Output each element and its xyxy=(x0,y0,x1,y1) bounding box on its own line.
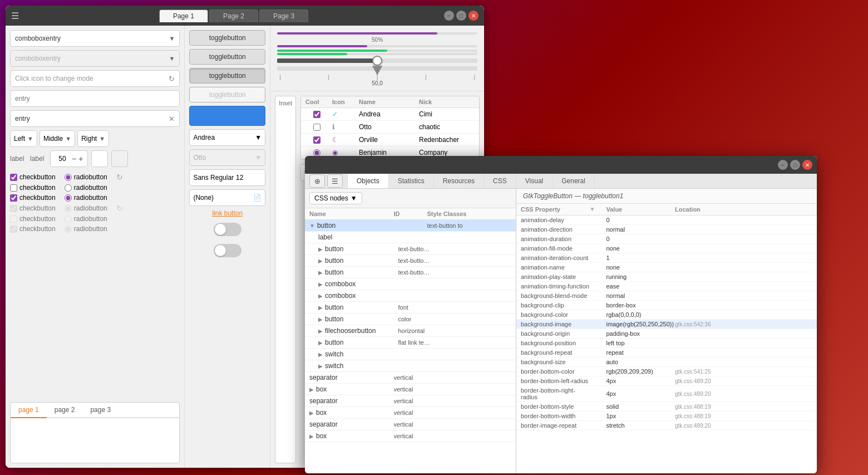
font-row[interactable]: Sans Regular 12 xyxy=(189,169,265,186)
css-node-box-1[interactable]: ▶ box vertical xyxy=(305,384,516,395)
checkbox-input-6[interactable] xyxy=(10,226,17,233)
prop-sort-icon[interactable]: ▼ xyxy=(590,206,606,213)
expand-icon-btn3[interactable]: ▶ xyxy=(318,270,323,276)
css-node-sep-3[interactable]: separator vertical xyxy=(305,419,516,430)
checkbox-input-3[interactable] xyxy=(10,194,17,202)
spinner-icon-1[interactable]: ↻ xyxy=(116,173,123,182)
css-node-sep-1[interactable]: separator vertical xyxy=(305,372,516,384)
prop-animation-name[interactable]: animation-name none xyxy=(516,263,817,272)
insp-tab-general[interactable]: General xyxy=(553,174,595,188)
spinner-increment[interactable]: + xyxy=(77,154,84,163)
inspector-maximize[interactable]: □ xyxy=(790,160,800,170)
css-nodes-dropdown[interactable]: CSS nodes ▼ xyxy=(309,192,362,204)
prop-border-bottom-rr[interactable]: border-bottom-right-radius 4px gtk.css:4… xyxy=(516,386,817,402)
css-node-filechooser[interactable]: ▶ filechooserbutton horizontal xyxy=(305,325,516,337)
mode-entry-input[interactable]: Click icon to change mode xyxy=(15,75,166,82)
slider-knob-5[interactable] xyxy=(372,56,382,66)
radio-input-6[interactable] xyxy=(65,226,72,233)
main-tab-page1[interactable]: Page 1 xyxy=(159,9,208,22)
css-node-btn-1[interactable]: ▶ button text-button to xyxy=(305,243,516,255)
prop-animation-delay[interactable]: animation-delay 0 xyxy=(516,216,817,225)
expand-icon-box2[interactable]: ▶ xyxy=(309,410,314,416)
prop-animation-timing[interactable]: animation-timing-function ease xyxy=(516,282,817,291)
prop-bg-blend[interactable]: background-blend-mode normal xyxy=(516,291,817,301)
prop-bg-image[interactable]: background-image image(rgb(250,250,250))… xyxy=(516,320,817,329)
prop-bg-position[interactable]: background-position left top xyxy=(516,339,817,348)
prop-animation-iter-count[interactable]: animation-iteration-count 1 xyxy=(516,253,817,263)
clear-icon[interactable]: ✕ xyxy=(169,115,175,123)
prop-bg-color[interactable]: background-color rgba(0,0,0,0) xyxy=(516,310,817,320)
blue-button[interactable] xyxy=(189,106,265,126)
inspector-list[interactable]: ☰ xyxy=(327,174,343,188)
expand-icon-switch2[interactable]: ▶ xyxy=(318,363,323,369)
insp-tab-objects[interactable]: Objects xyxy=(348,174,389,188)
css-node-box-3[interactable]: ▶ box vertical xyxy=(305,430,516,442)
css-node-button-main[interactable]: ▼ button text-button to xyxy=(305,220,516,232)
expand-icon-color[interactable]: ▶ xyxy=(318,316,323,322)
prop-animation-fill-mode[interactable]: animation-fill-mode none xyxy=(516,244,817,253)
expand-icon-filechooser[interactable]: ▶ xyxy=(318,328,323,334)
checkbox-input-4[interactable] xyxy=(10,205,17,212)
toggle-btn-3[interactable]: togglebutton xyxy=(189,68,265,84)
expand-icon-main[interactable]: ▼ xyxy=(309,223,315,229)
list-checkbox-2[interactable] xyxy=(313,124,320,131)
css-node-btn-color[interactable]: ▶ button color xyxy=(305,314,516,325)
checkbox-input-5[interactable] xyxy=(10,216,17,223)
radio-input-2[interactable] xyxy=(65,184,72,192)
inspector-close[interactable]: ✕ xyxy=(802,160,812,170)
entry-value-input[interactable] xyxy=(15,115,166,123)
expand-icon-box3[interactable]: ▶ xyxy=(309,433,314,439)
prop-border-bottom-style[interactable]: border-bottom-style solid gtk.css:488:19 xyxy=(516,402,817,412)
checkbox-input-2[interactable] xyxy=(10,184,17,192)
spinner-decrement[interactable]: − xyxy=(71,154,77,163)
expand-icon-box1[interactable]: ▶ xyxy=(309,386,314,393)
css-node-label[interactable]: label xyxy=(305,232,516,243)
expand-icon-flat[interactable]: ▶ xyxy=(318,340,323,346)
reload-icon[interactable]: ↻ xyxy=(169,75,175,83)
insp-tab-statistics[interactable]: Statistics xyxy=(389,174,434,188)
combo-otto[interactable]: Otto ▼ xyxy=(189,149,265,166)
insp-tab-resources[interactable]: Resources xyxy=(434,174,484,188)
insp-tab-visual[interactable]: Visual xyxy=(516,174,553,188)
empty-entry-input[interactable] xyxy=(15,95,175,102)
color-picker[interactable] xyxy=(91,150,108,167)
color-picker-2[interactable] xyxy=(111,150,128,167)
toggle-btn-4[interactable]: togglebutton xyxy=(189,87,265,102)
css-node-combo-2[interactable]: ▶ combobox xyxy=(305,290,516,302)
radio-input-5[interactable] xyxy=(65,216,72,223)
align-middle-select[interactable]: Middle ▼ xyxy=(40,130,75,147)
toggle-btn-2[interactable]: togglebutton xyxy=(189,49,265,65)
hamburger-menu[interactable]: ☰ xyxy=(11,11,19,21)
main-tab-page2[interactable]: Page 2 xyxy=(209,9,258,22)
css-node-combo-1[interactable]: ▶ combobox xyxy=(305,278,516,290)
expand-icon-switch1[interactable]: ▶ xyxy=(318,351,323,358)
prop-animation-direction[interactable]: animation-direction normal xyxy=(516,225,817,234)
expand-icon-combo1[interactable]: ▶ xyxy=(318,281,323,287)
empty-entry-row[interactable] xyxy=(10,90,180,107)
toggle-btn-1[interactable]: togglebutton xyxy=(189,30,265,46)
combobox-input-2[interactable]: comboboxentry xyxy=(15,55,169,62)
css-node-btn-2[interactable]: ▶ button text-button to xyxy=(305,255,516,267)
prop-animation-play-state[interactable]: animation-play-state running xyxy=(516,272,817,282)
maximize-button[interactable]: □ xyxy=(456,11,466,21)
prop-border-bottom-color[interactable]: border-bottom-color rgb(209,209,209) gtk… xyxy=(516,367,817,376)
css-node-switch-1[interactable]: ▶ switch xyxy=(305,349,516,360)
prop-bg-size[interactable]: background-size auto xyxy=(516,358,817,367)
css-node-switch-2[interactable]: ▶ switch xyxy=(305,360,516,372)
link-button[interactable]: link button xyxy=(189,209,265,217)
checkbox-input-1[interactable] xyxy=(10,174,17,181)
slider-track-5[interactable] xyxy=(277,58,477,63)
switch-toggle-2[interactable] xyxy=(214,244,241,257)
notebook-tab-3[interactable]: page 3 xyxy=(82,403,119,417)
list-checkbox-1[interactable] xyxy=(313,111,320,118)
prop-border-image-repeat[interactable]: border-image-repeat stretch gtk.css:489:… xyxy=(516,421,817,430)
expand-icon-combo2[interactable]: ▶ xyxy=(318,293,323,299)
slider-track-6[interactable] xyxy=(277,66,477,71)
switch-toggle-1[interactable] xyxy=(214,223,241,236)
css-node-btn-flat[interactable]: ▶ button flat link text-b xyxy=(305,337,516,349)
prop-border-bottom-lr[interactable]: border-bottom-left-radius 4px gtk.css:48… xyxy=(516,376,817,386)
spinner-input[interactable]: 50 xyxy=(54,155,71,163)
file-icon[interactable]: 📄 xyxy=(253,194,262,202)
combo-andrea[interactable]: Andrea ▼ xyxy=(189,129,265,146)
radio-input-3[interactable] xyxy=(65,194,72,202)
